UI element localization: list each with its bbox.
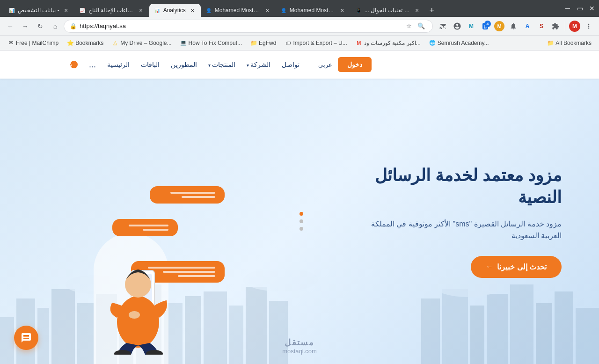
- all-bookmarks-icon: 📁: [547, 40, 554, 46]
- home-button[interactable]: ⌂: [49, 20, 62, 33]
- browser-actions: M g 4 M A S M: [437, 20, 595, 33]
- title-bar: 📊 بيانات التشخيص - ✕ 📈 إجراءات الإحالة ا…: [0, 0, 599, 17]
- tab-2[interactable]: 📈 إجراءات الإحالة الناج... ✕: [74, 4, 149, 17]
- bookmarks-end: 📁 All Bookmarks: [543, 37, 595, 49]
- new-tab-button[interactable]: +: [425, 4, 438, 17]
- bookmarks-folder-icon: ⭐: [67, 40, 73, 46]
- tab-5-favicon: 👤: [280, 7, 287, 14]
- cast-button[interactable]: [437, 20, 450, 33]
- bookmark-all[interactable]: 📁 All Bookmarks: [543, 37, 595, 49]
- tab-6[interactable]: 📱 ... أفضل تقنيات الجوال - ✕: [351, 4, 425, 17]
- bookmark-mostaql[interactable]: M اكبر مكتبة كورسات ود...: [352, 37, 424, 49]
- profile-avatar[interactable]: M: [568, 20, 581, 33]
- lock-icon: 🔒: [70, 23, 77, 29]
- svg-rect-17: [421, 298, 440, 364]
- bookmark-bookmarks[interactable]: ⭐ Bookmarks: [63, 37, 107, 49]
- bookmark-import-label: Import & Export – U...: [293, 40, 347, 46]
- svg-rect-18: [442, 289, 468, 364]
- nav-products[interactable]: المنتجات: [208, 61, 235, 68]
- chat-bubble-1: [150, 186, 225, 204]
- chat-widget-button[interactable]: [14, 326, 38, 350]
- ext1[interactable]: g 4: [479, 20, 492, 33]
- forward-button[interactable]: →: [19, 20, 32, 33]
- avatar-btn[interactable]: M: [493, 20, 506, 33]
- tab-3[interactable]: 📊 Analytics ✕: [149, 4, 201, 17]
- star-button[interactable]: ☆: [403, 21, 415, 32]
- nav-packages[interactable]: الباقات: [141, 61, 160, 68]
- nav-home[interactable]: الرئيسية: [107, 61, 130, 68]
- nav-company[interactable]: الشركة: [247, 61, 270, 68]
- address-actions: ☆ 🔍: [403, 21, 427, 32]
- tab-1[interactable]: 📊 بيانات التشخيص - ✕: [4, 4, 74, 17]
- tab-6-favicon: 📱: [355, 7, 362, 14]
- svg-text:SA: SA: [66, 62, 73, 67]
- bookmark-fix[interactable]: 💻 How To Fix Comput...: [176, 37, 246, 49]
- bookmark-mailchimp[interactable]: ✉ Free | MailChimp: [4, 37, 62, 49]
- site-navbar: دخول عربي تواصل الشركة المنتجات المطورين…: [0, 51, 599, 79]
- dot-2: [300, 219, 303, 223]
- tab-bar: 📊 بيانات التشخيص - ✕ 📈 إجراءات الإحالة ا…: [4, 0, 561, 17]
- tab-5-close[interactable]: ✕: [338, 7, 346, 14]
- tab-5[interactable]: 👤 Mohamed Mostaf... ✕: [276, 4, 351, 17]
- nav-links: تواصل الشركة المنتجات المطورين الباقات ا…: [89, 60, 300, 70]
- tab-5-title: Mohamed Mostaf...: [290, 7, 336, 14]
- chat-icon: [21, 332, 32, 343]
- account-button[interactable]: [451, 20, 464, 33]
- restore-button[interactable]: ▭: [577, 5, 583, 12]
- bookmarks-bar: ✉ Free | MailChimp ⭐ Bookmarks △ My Driv…: [0, 36, 599, 51]
- bookmark-import[interactable]: 🏷 Import & Export – U...: [281, 37, 351, 49]
- tab-4-title: Mohamed Mostaf...: [215, 7, 261, 14]
- tab-2-close[interactable]: ✕: [137, 7, 145, 14]
- mailchimp-favicon: ✉: [7, 40, 14, 46]
- hero-section: مزود معتمد لخدمة الرسائل النصية مزود خدم…: [0, 79, 599, 364]
- bookmark-fix-label: How To Fix Comput...: [189, 40, 242, 46]
- bookmark-mostaql-label: اكبر مكتبة كورسات ود...: [364, 40, 421, 46]
- tab-3-close[interactable]: ✕: [189, 7, 196, 14]
- ext3[interactable]: S: [535, 20, 548, 33]
- tab-2-title: إجراءات الإحالة الناج...: [88, 7, 134, 14]
- ext2[interactable]: A: [521, 20, 534, 33]
- back-button[interactable]: ←: [4, 20, 17, 33]
- close-button[interactable]: ✕: [589, 5, 595, 12]
- svg-rect-23: [555, 291, 573, 364]
- login-button[interactable]: دخول: [338, 57, 372, 72]
- svg-point-27: [435, 277, 501, 297]
- nav-developers[interactable]: المطورين: [171, 61, 197, 68]
- drive-favicon: △: [112, 40, 118, 46]
- bookmark-all-label: All Bookmarks: [555, 40, 592, 46]
- tab-4-close[interactable]: ✕: [263, 7, 271, 14]
- person-illustration: [84, 224, 197, 355]
- notifications-btn[interactable]: [507, 20, 520, 33]
- semrush-favicon: 🌐: [429, 40, 436, 46]
- tab-1-title: بيانات التشخيص -: [18, 7, 59, 14]
- nav-contact[interactable]: تواصل: [282, 61, 300, 68]
- search-button[interactable]: 🔍: [416, 21, 427, 32]
- bubble-line-2: [182, 196, 215, 198]
- tab-3-favicon: 📊: [154, 7, 161, 14]
- nav-more[interactable]: ...: [89, 60, 96, 70]
- tab-4[interactable]: 👤 Mohamed Mostaf... ✕: [201, 4, 276, 17]
- tab-1-close[interactable]: ✕: [62, 7, 70, 14]
- watermark-domain: mostaqi.com: [282, 348, 317, 355]
- svg-rect-15: [246, 287, 267, 364]
- bookmark-semrush[interactable]: 🌐 Semrush Academy...: [425, 37, 493, 49]
- address-input[interactable]: 🔒 https://taqnyat.sa ☆ 🔍: [64, 20, 433, 33]
- bookmark-drive[interactable]: △ My Drive – Google...: [108, 37, 175, 49]
- extensions-btn[interactable]: [549, 20, 562, 33]
- hero-cta-button[interactable]: تحدث إلى خبيرنا ←: [471, 256, 562, 278]
- minimize-button[interactable]: ─: [564, 5, 571, 12]
- menu-button[interactable]: [582, 20, 595, 33]
- language-toggle[interactable]: عربي: [318, 61, 332, 68]
- site-logo-area: taqnyat SA: [14, 56, 80, 73]
- cta-text: تحدث إلى خبيرنا: [497, 262, 547, 271]
- svg-rect-22: [536, 303, 552, 364]
- tab-6-close[interactable]: ✕: [413, 7, 421, 14]
- bookmark-semrush-label: Semrush Academy...: [438, 40, 489, 46]
- tab-3-title: Analytics: [163, 7, 186, 14]
- address-bar-row: ← → ↻ ⌂ 🔒 https://taqnyat.sa ☆ 🔍 M g: [0, 17, 599, 36]
- reload-button[interactable]: ↻: [34, 20, 47, 33]
- watermark: مستقل mostaqi.com: [282, 337, 317, 355]
- bookmark-egfwd[interactable]: 📁 EgFwd: [247, 37, 280, 49]
- bookmark-bookmarks-label: Bookmarks: [75, 40, 103, 46]
- mailchimp-ext[interactable]: M: [465, 20, 478, 33]
